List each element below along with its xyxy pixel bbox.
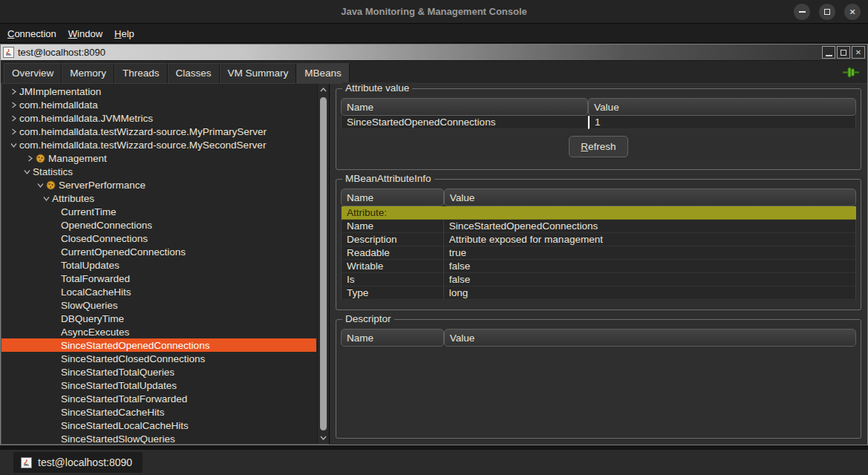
info-name-cell[interactable]: Type — [341, 286, 444, 300]
internal-frame-title: test@localhost:8090 — [18, 47, 105, 58]
tree-node-jvmmetrics[interactable]: com.heimdalldata.JVMMetrics — [1, 111, 316, 125]
tree-leaf-currentopenedconnections[interactable]: CurrentOpenedConnections — [1, 245, 316, 258]
tree-node-statistics[interactable]: Statistics — [1, 165, 316, 178]
tree-scrollbar[interactable] — [317, 84, 329, 444]
tree-leaf-closedconnections[interactable]: ClosedConnections — [1, 232, 316, 245]
tab-overview[interactable]: Overview — [4, 63, 62, 83]
refresh-button[interactable]: Refresh — [569, 136, 627, 157]
table-row-readable[interactable]: Readable true — [341, 246, 856, 260]
tree-leaf-slowqueries[interactable]: SlowQueries — [1, 298, 316, 312]
menu-window[interactable]: Window — [62, 26, 108, 42]
table-row-type[interactable]: Type long — [341, 286, 856, 300]
attribute-value-cell[interactable]: 1 — [588, 116, 856, 129]
table-row-is[interactable]: Is false — [341, 273, 856, 286]
tree-node-management[interactable]: Management — [1, 151, 316, 165]
taskbar: test@localhost:8090 — [0, 450, 868, 475]
column-header-name[interactable]: Name — [341, 189, 444, 206]
info-name-cell[interactable]: Is — [341, 273, 444, 286]
info-value-cell[interactable]: true — [444, 246, 856, 260]
internal-maximize-icon — [841, 50, 846, 56]
tree-node-label: com.heimdalldata.testWizzard-source.MyPr… — [19, 126, 267, 137]
internal-close-button[interactable]: ✕ — [852, 46, 865, 59]
tree-node-attributes[interactable]: Attributes — [1, 191, 316, 205]
info-value-cell[interactable]: false — [444, 260, 856, 273]
tree-node-label: Management — [48, 153, 107, 164]
internal-maximize-button[interactable] — [837, 46, 850, 59]
column-header-name[interactable]: Name — [341, 98, 588, 116]
taskbar-connection-button[interactable]: test@localhost:8090 — [13, 452, 143, 473]
tree-leaf-sincestartedtotalqueries[interactable]: SinceStartedTotalQueries — [1, 365, 316, 379]
menu-connection[interactable]: Connection — [1, 26, 62, 42]
tree-leaf-sincestartedtotalforwarded[interactable]: SinceStartedTotalForwarded — [1, 392, 316, 405]
tab-mbeans[interactable]: MBeans — [296, 63, 350, 83]
tree-node-serverperformance[interactable]: ServerPerformance — [1, 178, 316, 191]
tree-node-label: com.heimdalldata.testWizzard-source.MySe… — [19, 140, 266, 151]
table-row-writable[interactable]: Writable false — [341, 260, 856, 273]
info-name-cell[interactable]: Description — [341, 233, 444, 246]
tree-leaf-dbquerytime[interactable]: DBQueryTime — [1, 312, 316, 325]
tree-leaf-totalforwarded[interactable]: TotalForwarded — [1, 272, 316, 285]
chevron-right-icon[interactable] — [7, 115, 19, 122]
tree-leaf-sincestartedclosedconnections[interactable]: SinceStartedClosedConnections — [1, 352, 316, 365]
table-row-attribute-header[interactable]: Attribute: — [341, 206, 856, 220]
menu-help[interactable]: Help — [108, 26, 140, 42]
column-header-value[interactable]: Value — [444, 329, 856, 347]
info-value-cell[interactable]: long — [444, 286, 856, 300]
scroll-down-icon[interactable] — [320, 432, 327, 444]
close-button[interactable]: ✕ — [844, 4, 861, 20]
tree-leaf-sincestartedcachehits[interactable]: SinceStartedCacheHits — [1, 405, 316, 419]
tree-node-myprimaryserver[interactable]: com.heimdalldata.testWizzard-source.MyPr… — [1, 125, 316, 138]
attribute-value-table: Name Value SinceStartedOpenedConnections… — [341, 98, 856, 129]
info-name-cell[interactable]: Writable — [341, 260, 444, 273]
chevron-down-icon[interactable] — [21, 168, 33, 175]
table-row-name[interactable]: Name SinceStartedOpenedConnections — [341, 220, 856, 233]
chevron-right-icon[interactable] — [24, 155, 36, 162]
tree-leaf-sincestartedslowqueries[interactable]: SinceStartedSlowQueries — [1, 432, 316, 445]
tab-memory[interactable]: Memory — [62, 63, 114, 83]
info-value-cell[interactable] — [444, 206, 856, 220]
tree-leaf-sincestartedlocalcachehits[interactable]: SinceStartedLocalCacheHits — [1, 419, 316, 432]
info-value-cell[interactable]: Attribute exposed for management — [444, 233, 856, 246]
tree-leaf-asyncexecutes[interactable]: AsyncExecutes — [1, 325, 316, 338]
table-row[interactable]: SinceStartedOpenedConnections 1 — [341, 116, 856, 129]
internal-minimize-button[interactable] — [822, 46, 835, 59]
tree-leaf-currenttime[interactable]: CurrentTime — [1, 205, 316, 218]
tree-leaf-sincestartedtotalupdates[interactable]: SinceStartedTotalUpdates — [1, 379, 316, 392]
scroll-up-icon[interactable] — [320, 84, 327, 96]
scrollbar-thumb[interactable] — [320, 97, 327, 430]
info-name-cell[interactable]: Attribute: — [341, 206, 444, 220]
column-header-name[interactable]: Name — [341, 329, 444, 347]
maximize-button[interactable] — [819, 4, 835, 20]
tree-node-label: SlowQueries — [61, 300, 118, 311]
table-row-description[interactable]: Description Attribute exposed for manage… — [341, 233, 856, 246]
chevron-down-icon[interactable] — [34, 182, 46, 189]
tree-leaf-totalupdates[interactable]: TotalUpdates — [1, 258, 316, 272]
tree-node-label: ClosedConnections — [61, 233, 148, 244]
info-name-cell[interactable]: Name — [341, 220, 444, 233]
chevron-down-icon[interactable] — [40, 195, 52, 202]
tab-classes[interactable]: Classes — [168, 63, 220, 83]
chevron-right-icon[interactable] — [7, 88, 19, 95]
attribute-name-cell[interactable]: SinceStartedOpenedConnections — [341, 116, 588, 129]
tab-vm-summary[interactable]: VM Summary — [220, 63, 297, 83]
tree-leaf-localcachehits[interactable]: LocalCacheHits — [1, 285, 316, 298]
tree-leaf-openedconnections[interactable]: OpenedConnections — [1, 218, 316, 232]
info-value-cell[interactable]: false — [444, 273, 856, 286]
column-header-value[interactable]: Value — [444, 189, 856, 206]
mbean-icon — [46, 180, 59, 190]
internal-minimize-icon — [826, 55, 832, 56]
minimize-button[interactable] — [794, 4, 810, 20]
attribute-value-group: Attribute value Name Value SinceStartedO… — [336, 88, 861, 170]
internal-frame-titlebar[interactable]: test@localhost:8090 ✕ — [1, 45, 867, 61]
column-header-value[interactable]: Value — [588, 98, 856, 116]
tree-leaf-sincestartedopenedconnections-selected[interactable]: SinceStartedOpenedConnections — [1, 338, 316, 352]
info-value-cell[interactable]: SinceStartedOpenedConnections — [444, 220, 856, 233]
tree-node-jmimplementation[interactable]: JMImplementation — [1, 85, 316, 98]
chevron-right-icon[interactable] — [7, 102, 19, 108]
chevron-down-icon[interactable] — [7, 142, 19, 148]
tab-threads[interactable]: Threads — [114, 63, 168, 83]
info-name-cell[interactable]: Readable — [341, 246, 444, 260]
tree-node-com-heimdalldata[interactable]: com.heimdalldata — [1, 98, 316, 111]
tree-node-mysecondserver[interactable]: com.heimdalldata.testWizzard-source.MySe… — [1, 138, 316, 151]
chevron-right-icon[interactable] — [7, 128, 19, 135]
